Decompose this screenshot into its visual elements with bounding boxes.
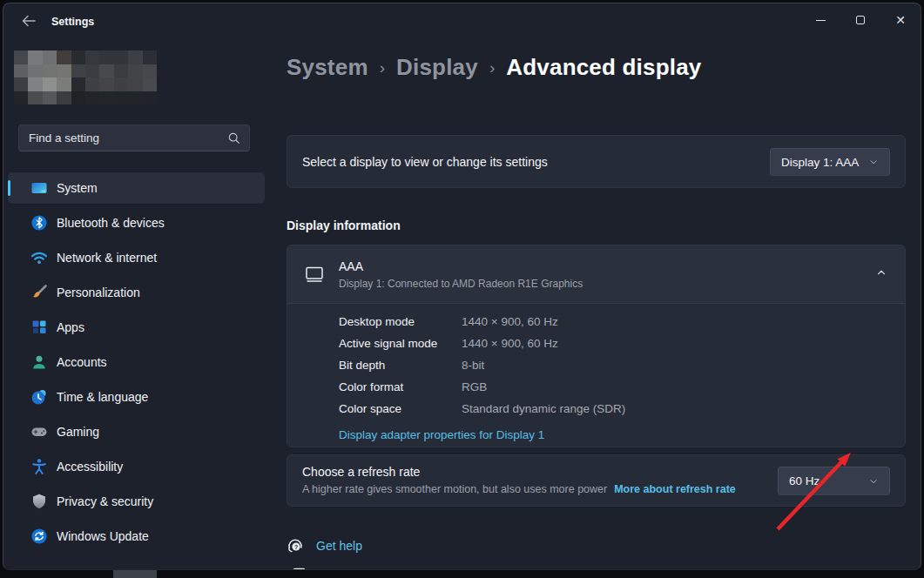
close-button[interactable]: ✕ xyxy=(880,3,921,37)
give-feedback-link[interactable]: Give feedback xyxy=(287,566,395,570)
back-button[interactable] xyxy=(12,7,45,35)
refresh-rate-title: Choose a refresh rate xyxy=(302,465,420,479)
apps-icon xyxy=(30,319,48,336)
breadcrumb-display[interactable]: Display xyxy=(396,54,478,81)
refresh-rate-dropdown[interactable]: 60 Hz xyxy=(778,467,890,495)
display-device-subtitle: Display 1: Connected to AMD Radeon R1E G… xyxy=(339,278,583,290)
search-box[interactable] xyxy=(18,124,250,151)
avatar-mosaic-cell xyxy=(71,91,85,105)
display-adapter-properties-link[interactable]: Display adapter properties for Display 1 xyxy=(339,428,544,441)
info-row-color-space: Color space Standard dynamic range (SDR) xyxy=(287,399,905,420)
sidebar-item-windows-update[interactable]: Windows Update xyxy=(8,521,265,552)
sidebar-item-time-language[interactable]: Time & language xyxy=(8,381,265,413)
bluetooth-icon xyxy=(30,214,48,232)
sidebar-item-personalization[interactable]: Personalization xyxy=(8,277,265,308)
refresh-rate-description: A higher rate gives smoother motion, but… xyxy=(302,483,736,495)
info-value: 1440 × 900, 60 Hz xyxy=(462,337,558,350)
avatar-mosaic-cell xyxy=(99,77,113,91)
info-label: Color space xyxy=(339,402,401,415)
sidebar-item-label: Accessibility xyxy=(57,460,123,474)
refresh-rate-value: 60 Hz xyxy=(789,474,819,487)
avatar-mosaic-cell xyxy=(85,91,99,105)
avatar-mosaic-cell xyxy=(143,64,157,78)
select-display-card: Select a display to view or change its s… xyxy=(287,135,906,188)
sidebar-nav: System Bluetooth & devices Network & int… xyxy=(8,172,265,555)
sidebar-item-apps[interactable]: Apps xyxy=(8,312,265,343)
info-value: Standard dynamic range (SDR) xyxy=(462,402,625,415)
avatar-mosaic-cell xyxy=(128,91,142,105)
sidebar-item-accessibility[interactable]: Accessibility xyxy=(8,451,265,482)
game-controller-icon xyxy=(30,423,48,440)
avatar-mosaic-cell xyxy=(114,50,128,64)
avatar-mosaic-cell xyxy=(99,91,113,105)
accessibility-person-icon xyxy=(30,458,48,475)
clock-globe-icon xyxy=(30,388,48,406)
info-value: 8-bit xyxy=(462,359,484,372)
avatar-mosaic-cell xyxy=(43,50,57,64)
breadcrumb-separator: › xyxy=(489,57,495,77)
sidebar-item-label: Gaming xyxy=(57,425,99,439)
avatar-mosaic-cell xyxy=(71,64,85,78)
avatar-mosaic-cell xyxy=(28,50,42,64)
selected-accent-pill xyxy=(8,180,10,196)
feedback-icon xyxy=(287,566,306,570)
avatar-mosaic-cell xyxy=(128,50,142,64)
avatar-mosaic-cell xyxy=(143,50,157,64)
breadcrumb-system[interactable]: System xyxy=(287,54,368,81)
info-row-bit-depth: Bit depth 8-bit xyxy=(287,355,905,377)
info-label: Bit depth xyxy=(339,359,385,372)
sidebar-item-accounts[interactable]: Accounts xyxy=(8,346,265,378)
info-label: Active signal mode xyxy=(339,337,437,350)
maximize-button[interactable] xyxy=(840,3,880,37)
avatar-mosaic-cell xyxy=(114,64,128,78)
avatar-mosaic-cell xyxy=(14,64,28,78)
info-value: RGB xyxy=(462,380,487,393)
avatar-mosaic-cell xyxy=(128,64,142,78)
avatar-mosaic-cell xyxy=(85,77,99,91)
display-information-heading: Display information xyxy=(287,218,401,232)
minimize-button[interactable] xyxy=(800,3,840,37)
refresh-rate-card: Choose a refresh rate A higher rate give… xyxy=(287,454,906,507)
sidebar-item-gaming[interactable]: Gaming xyxy=(8,416,265,447)
display-select-value: Display 1: AAA xyxy=(781,156,859,169)
display-information-details: Desktop mode 1440 × 900, 60 Hz Active si… xyxy=(287,304,905,420)
help-headset-icon: ? xyxy=(287,537,306,554)
user-avatar-redacted[interactable] xyxy=(14,50,157,104)
search-icon[interactable] xyxy=(227,131,240,148)
avatar-mosaic-cell xyxy=(43,64,57,78)
sidebar-item-system[interactable]: System xyxy=(8,172,265,204)
avatar-mosaic-cell xyxy=(43,91,57,105)
sidebar-item-network-internet[interactable]: Network & internet xyxy=(8,242,265,273)
more-about-refresh-rate-link[interactable]: More about refresh rate xyxy=(614,483,736,495)
avatar-mosaic-cell xyxy=(71,50,85,64)
window-controls: ✕ xyxy=(800,3,921,37)
chevron-down-icon xyxy=(868,157,879,167)
maximize-icon xyxy=(856,16,865,24)
sidebar-item-bluetooth-devices[interactable]: Bluetooth & devices xyxy=(8,207,265,239)
accounts-person-icon xyxy=(30,353,48,371)
avatar-mosaic-cell xyxy=(143,91,157,105)
info-row-desktop-mode: Desktop mode 1440 × 900, 60 Hz xyxy=(287,312,905,333)
chevron-up-icon[interactable] xyxy=(875,266,887,282)
select-display-label: Select a display to view or change its s… xyxy=(302,155,548,169)
info-row-active-signal-mode: Active signal mode 1440 × 900, 60 Hz xyxy=(287,333,905,355)
sidebar: System Bluetooth & devices Network & int… xyxy=(3,38,273,569)
paintbrush-icon xyxy=(30,284,48,301)
settings-window: Settings ✕ System xyxy=(3,3,921,570)
get-help-link[interactable]: ? Get help xyxy=(287,537,362,554)
sidebar-item-label: System xyxy=(57,181,98,195)
search-input[interactable] xyxy=(29,125,220,151)
sidebar-item-label: Apps xyxy=(57,320,84,334)
display-information-card: AAA Display 1: Connected to AMD Radeon R… xyxy=(287,245,906,447)
avatar-mosaic-cell xyxy=(14,50,28,64)
sidebar-item-privacy-security[interactable]: Privacy & security xyxy=(8,486,265,517)
close-icon: ✕ xyxy=(895,14,906,26)
info-row-color-format: Color format RGB xyxy=(287,377,905,399)
get-help-label: Get help xyxy=(316,539,362,553)
display-information-header[interactable]: AAA Display 1: Connected to AMD Radeon R… xyxy=(287,245,905,304)
avatar-mosaic-cell xyxy=(57,64,71,78)
display-select-dropdown[interactable]: Display 1: AAA xyxy=(770,148,890,176)
minimize-icon xyxy=(816,20,826,21)
back-arrow-icon xyxy=(22,15,36,27)
give-feedback-label: Give feedback xyxy=(316,568,395,570)
